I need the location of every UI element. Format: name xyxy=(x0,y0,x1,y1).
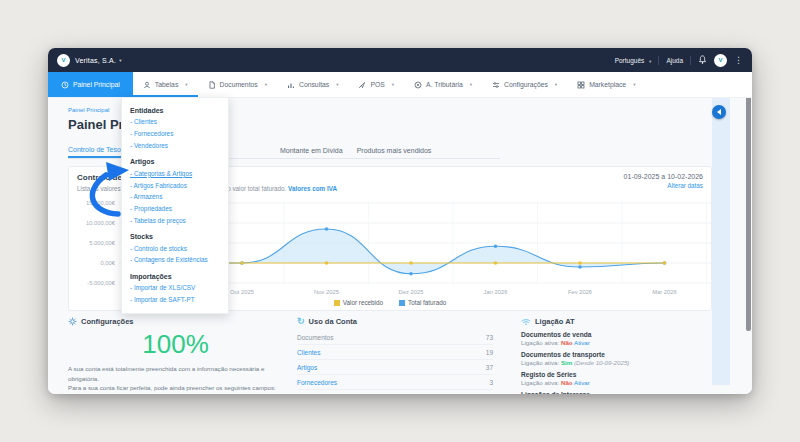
chevron-down-icon: ▾ xyxy=(185,82,187,87)
nav-item-painel-principal[interactable]: Painel Principal xyxy=(48,72,133,97)
chevron-down-icon: ▾ xyxy=(633,82,635,87)
svg-text:Out 2025: Out 2025 xyxy=(230,289,254,295)
usage-title: Uso da Conta xyxy=(309,317,357,326)
at-entry-name: Documentos de venda xyxy=(521,331,717,338)
config-text: A sua conta está totalmente preenchida c… xyxy=(68,364,283,394)
nav-item-tabelas[interactable]: Tabelas▾ xyxy=(133,72,198,97)
tab-montante-divida[interactable]: Montante em Dívida xyxy=(280,147,343,158)
usage-row-artigos[interactable]: Artigos37 xyxy=(297,360,493,375)
usage-row-fornecedores[interactable]: Fornecedores3 xyxy=(297,375,493,390)
legend-item-total-faturado[interactable]: Total faturado xyxy=(399,299,446,306)
wifi-icon xyxy=(521,317,531,326)
overflow-menu-icon[interactable]: ⋮ xyxy=(734,56,743,65)
svg-text:Dez 2025: Dez 2025 xyxy=(399,289,424,295)
section-uso-da-conta: ↻ Uso da Conta Documentos73 Clientes19 A… xyxy=(297,316,493,394)
panel-collapse-button[interactable] xyxy=(712,105,726,119)
menu-item-contagens-existencias[interactable]: Contagens de Existências xyxy=(130,254,220,266)
scrollbar-track[interactable] xyxy=(746,73,751,392)
language-selector[interactable]: Português ▾ xyxy=(615,57,652,64)
nav-item-marketplace[interactable]: Marketplace▾ xyxy=(567,72,645,97)
menu-item-fornecedores[interactable]: Fornecedores xyxy=(130,128,220,140)
svg-text:Mar 2026: Mar 2026 xyxy=(652,289,677,295)
marketplace-icon xyxy=(577,81,585,89)
dropdown-section-title: Entidades xyxy=(130,107,220,114)
svg-text:-5.000,00€: -5.000,00€ xyxy=(87,280,115,286)
tab-produtos-mais-vendidos[interactable]: Produtos mais vendidos xyxy=(357,147,487,158)
at-entry-name: Ligações de Interesse xyxy=(521,391,717,395)
users-icon xyxy=(143,81,151,89)
chevron-down-icon: ▾ xyxy=(649,59,651,64)
menu-item-tabelas-de-precos[interactable]: Tabelas de preços xyxy=(130,214,220,226)
ativar-link[interactable]: Ativar xyxy=(574,379,590,386)
dropdown-section-title: Stocks xyxy=(130,233,220,240)
dropdown-section-title: Importações xyxy=(130,273,220,280)
legend-swatch-faturado xyxy=(399,300,405,306)
usage-refresh-icon: ↻ xyxy=(297,317,305,326)
at-entry-name: Documentos de transporte xyxy=(521,351,717,358)
valores-com-iva-link[interactable]: Valores com IVA xyxy=(288,185,337,192)
at-entry-status: Ligação ativa: Não Ativar xyxy=(521,379,717,386)
svg-text:Jan 2026: Jan 2026 xyxy=(484,289,508,295)
at-title: Ligação AT xyxy=(535,317,575,326)
desktop-background: { "topbar": { "company": "Veritas, S.A."… xyxy=(0,0,800,442)
nav-item-configuracoes[interactable]: Configurações▾ xyxy=(482,72,567,97)
ativar-link[interactable]: Ativar xyxy=(574,339,590,346)
usage-row-clientes[interactable]: Clientes19 xyxy=(297,345,493,360)
dropdown-section-title: Artigos xyxy=(130,158,220,165)
nav-item-a-tributaria[interactable]: A. Tributária▾ xyxy=(404,72,482,97)
nav-item-pos[interactable]: POS▾ xyxy=(348,72,404,97)
company-name[interactable]: Veritas, S.A. xyxy=(75,57,116,64)
document-icon xyxy=(208,81,216,89)
gear-icon xyxy=(68,317,77,326)
chevron-down-icon: ▾ xyxy=(470,82,472,87)
nav-item-documentos[interactable]: Documentos▾ xyxy=(198,72,277,97)
topbar: V Veritas, S.A. ▾ Português ▾ Ajuda V ⋮ xyxy=(48,48,752,72)
settings-icon xyxy=(492,81,500,89)
svg-text:Nov 2025: Nov 2025 xyxy=(314,289,339,295)
svg-text:Fev 2026: Fev 2026 xyxy=(568,289,592,295)
tabelas-dropdown-menu: Entidades Clientes Fornecedores Vendedor… xyxy=(121,97,229,314)
clock-icon xyxy=(61,81,69,89)
usage-row-documentos: Documentos73 xyxy=(297,330,493,345)
chevron-down-icon: ▾ xyxy=(265,82,267,87)
nav-item-consultas[interactable]: Consultas▾ xyxy=(277,72,349,97)
scrollbar-thumb[interactable] xyxy=(746,85,751,331)
account-completion-percent: 100% xyxy=(68,329,283,360)
divider xyxy=(690,56,691,65)
svg-text:10.000,00€: 10.000,00€ xyxy=(86,220,116,226)
date-range: 01-09-2025 a 10-02-2026 xyxy=(624,173,703,180)
menu-item-importar-xls-csv[interactable]: Importar de XLS/CSV xyxy=(130,282,220,294)
config-title: Configurações xyxy=(81,317,134,326)
svg-text:5.000,00€: 5.000,00€ xyxy=(89,240,116,246)
section-configuracoes: Configurações 100% A sua conta está tota… xyxy=(68,316,283,394)
pos-icon xyxy=(358,81,366,89)
chevron-down-icon: ▾ xyxy=(555,82,557,87)
menu-item-importar-saft-pt[interactable]: Importar de SAFT-PT xyxy=(130,294,220,306)
company-logo[interactable]: V xyxy=(57,54,70,67)
at-entry-name: Registo de Séries xyxy=(521,371,717,378)
bar-chart-icon xyxy=(287,81,295,89)
legend-swatch-recebido xyxy=(334,300,340,306)
menu-item-propriedades[interactable]: Propriedades xyxy=(130,203,220,215)
menu-item-controlo-de-stocks[interactable]: Controlo de stocks xyxy=(130,242,220,254)
at-entry-status: Ligação ativa: Não Ativar xyxy=(521,339,717,346)
change-dates-link[interactable]: Alterar datas xyxy=(624,182,703,189)
user-avatar[interactable]: V xyxy=(714,54,727,67)
divider xyxy=(658,56,659,65)
menu-item-vendedores[interactable]: Vendedores xyxy=(130,140,220,152)
chevron-down-icon: ▾ xyxy=(119,58,121,63)
at-entry-status: Ligação ativa: Sim (Desde 10-09-2025) xyxy=(521,359,717,366)
notifications-bell-icon[interactable] xyxy=(698,55,707,65)
menu-item-categorias-artigos[interactable]: Categorias & Artigos xyxy=(130,167,220,179)
svg-text:0,00€: 0,00€ xyxy=(100,260,115,266)
menu-item-clientes[interactable]: Clientes xyxy=(130,116,220,128)
section-ligacao-at: Ligação AT Documentos de venda Ligação a… xyxy=(521,316,717,394)
main-nav: Painel Principal Tabelas▾ Documentos▾ Co… xyxy=(48,72,752,98)
legend-item-valor-recebido[interactable]: Valor recebido xyxy=(334,299,383,306)
usage-row-vendedores[interactable]: Vendedores0 xyxy=(297,390,493,394)
menu-item-armazens[interactable]: Armazéns xyxy=(130,191,220,203)
tax-icon xyxy=(414,81,422,89)
svg-text:15.000,00€: 15.000,00€ xyxy=(86,200,116,206)
menu-item-artigos-fabricados[interactable]: Artigos Fabricados xyxy=(130,179,220,191)
help-link[interactable]: Ajuda xyxy=(666,57,683,64)
